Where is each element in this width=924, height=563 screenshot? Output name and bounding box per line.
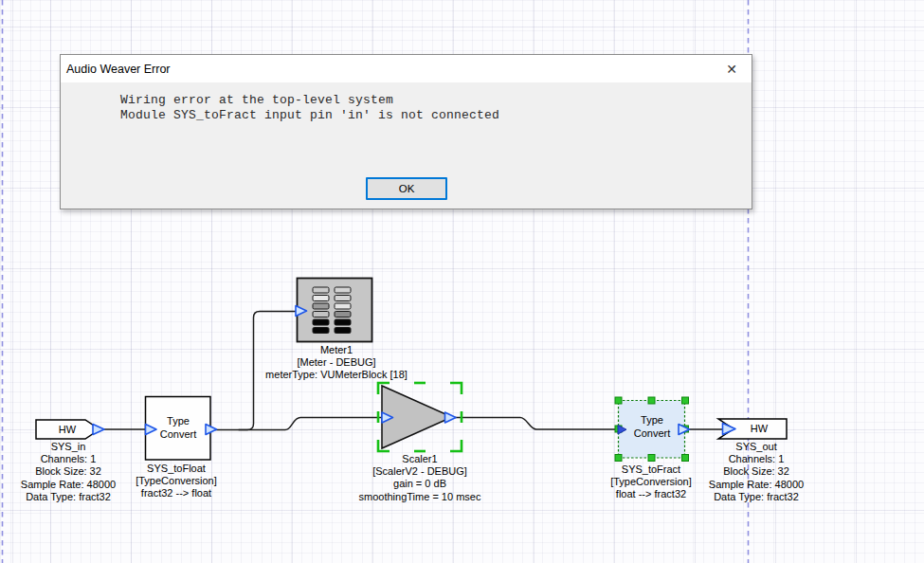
error-dialog-body: Wiring error at the top-level system Mod… <box>61 82 752 209</box>
hw-out-caption: SYS_out Channels: 1 Block Size: 32 Sampl… <box>709 441 804 503</box>
error-dialog: Audio Weaver Error ✕ Wiring error at the… <box>60 54 752 209</box>
meter1-caption: Meter1 [Meter - DEBUG] meterType: VUMete… <box>265 344 408 382</box>
sys-tofract-title: Type Convert <box>634 413 671 440</box>
hw-in-tag: HW <box>59 423 76 436</box>
scaler1-caption: Scaler1 [ScalerV2 - DEBUG] gain = 0 dB s… <box>359 453 481 503</box>
hw-out-tag: HW <box>751 422 768 435</box>
error-dialog-title: Audio Weaver Error <box>66 63 171 76</box>
hw-in-output-pin-icon[interactable] <box>93 425 104 435</box>
wire-scaler-to-tofract[interactable] <box>455 418 618 430</box>
wire-tofloat-to-scaler[interactable] <box>215 418 382 430</box>
scaler1-output-pin-icon[interactable] <box>445 412 457 423</box>
error-message: Wiring error at the top-level system Mod… <box>120 93 499 122</box>
designer-canvas[interactable]: HW Type Convert Type Convert HW SYS_in C… <box>0 0 924 563</box>
hw-in-caption: SYS_in Channels: 1 Block Size: 32 Sample… <box>21 441 116 503</box>
ok-button[interactable]: OK <box>366 177 447 200</box>
sys-tofloat-caption: SYS_toFloat [TypeConversion] fract32 -->… <box>136 463 217 500</box>
sys-tofract-caption: SYS_toFract [TypeConversion] float --> f… <box>610 463 692 501</box>
close-icon[interactable]: ✕ <box>717 58 746 80</box>
sys-tofloat-title: Type Convert <box>160 414 197 441</box>
error-dialog-titlebar[interactable]: Audio Weaver Error ✕ <box>61 55 752 82</box>
